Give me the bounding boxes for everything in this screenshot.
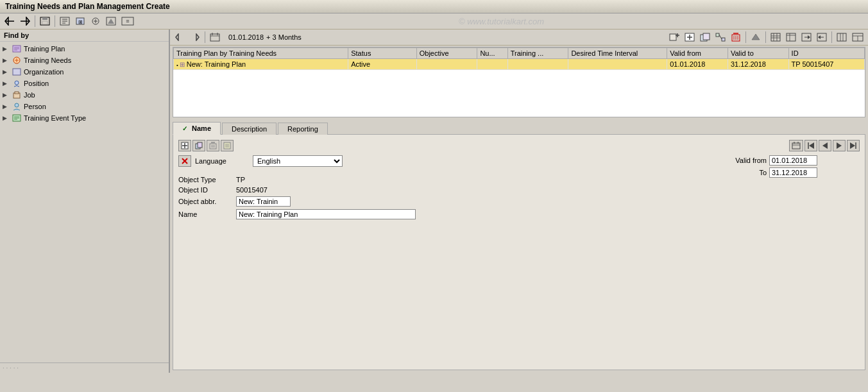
separator-2 [55,15,55,27]
valid-to-row: To [731,167,860,178]
tab-description[interactable]: Description [222,123,277,135]
import-button[interactable] [815,31,829,44]
shortcut-btn-2[interactable]: ⊞ [73,15,87,28]
mini-new-btn[interactable] [178,140,191,151]
svg-rect-95 [792,143,800,149]
cell-valid-from: 01.01.2018 [667,59,728,70]
job-icon [12,90,22,99]
nav-forward-button[interactable] [188,31,202,44]
nav-back-button[interactable] [173,31,187,44]
separator-3 [765,31,766,43]
up-button[interactable] [749,31,763,44]
cell-training [507,59,568,70]
sidebar-item-training-plan[interactable]: ▶ Training Plan [0,43,169,55]
col-header-nu: Nu... [477,48,507,59]
tab-content-name: Language English German French Spanish O… [173,134,865,370]
sidebar-item-training-event-type[interactable]: ▶ Training Event Type [0,112,169,124]
sidebar-item-organization[interactable]: ▶ Organization [0,66,169,78]
next-btn[interactable] [833,140,846,151]
shortcut-btn-1[interactable] [58,15,72,28]
mini-toolbar [178,140,706,151]
valid-from-input[interactable] [769,155,817,166]
connect-button[interactable] [713,31,728,44]
tabs-row: ✓ Name Description Reporting [170,119,868,134]
svg-text:≡: ≡ [126,18,129,24]
back-button[interactable] [3,15,17,28]
svg-marker-36 [176,34,178,40]
export-button[interactable] [799,31,813,44]
duplicate-button[interactable] [698,31,712,44]
forward-button[interactable] [18,15,32,28]
shortcut-btn-5[interactable]: ≡ [119,15,136,28]
object-id-row: Object ID 50015407 [178,186,706,194]
cell-name: • ⊞ New: Training Plan [174,59,348,70]
cell-id: TP 50015407 [788,59,864,70]
svg-rect-50 [716,33,719,37]
tree-arrow: ▶ [3,115,10,121]
organization-icon [12,67,22,76]
sidebar-item-training-needs[interactable]: ▶ Training Needs [0,55,169,66]
object-type-label: Object Type [178,176,236,183]
language-select[interactable]: English German French Spanish [253,155,343,167]
first-btn[interactable] [804,140,817,151]
object-abbr-input[interactable] [236,196,291,207]
new-button[interactable] [683,31,697,44]
tree-arrow: ▶ [3,80,10,87]
delete-lang-btn[interactable] [178,155,191,167]
sidebar-item-job[interactable]: ▶ Job [0,89,169,101]
last-btn[interactable] [847,140,860,151]
language-label: Language [195,157,253,165]
valid-section: Valid from To [731,155,860,178]
table-row[interactable]: • ⊞ New: Training Plan Active 01.01.2018… [174,59,865,70]
separator-1 [35,15,35,27]
mini-delete-tab-btn[interactable] [207,140,219,151]
sidebar-item-label: Position [24,80,49,87]
svg-marker-104 [850,142,855,149]
tab-reporting[interactable]: Reporting [278,123,328,135]
svg-rect-30 [15,92,19,94]
svg-point-28 [15,81,19,85]
cell-nu [477,59,507,70]
name-input[interactable] [236,209,416,219]
save-table-button[interactable] [784,31,798,44]
shortcut-btn-4[interactable] [104,15,118,28]
title-bar: Training Needs and Plan Management Creat… [0,0,868,13]
svg-line-52 [719,35,722,39]
person-icon [12,102,22,111]
col-header-training: Training ... [507,48,568,59]
mini-copy-btn[interactable] [192,140,205,151]
save-button[interactable] [38,15,52,28]
col-header-valid-from: Valid from [667,48,728,59]
separator-2 [745,31,746,43]
svg-marker-101 [822,142,828,149]
svg-marker-58 [752,34,760,40]
svg-rect-59 [771,33,780,41]
right-name-section: Valid from To [731,140,860,222]
calendar-button[interactable] [208,31,222,44]
check-icon: ✓ [182,125,187,132]
svg-rect-83 [198,142,202,148]
delete-button[interactable] [729,31,743,44]
sidebar-item-person[interactable]: ▶ Person [0,101,169,112]
right-panel: 01.01.2018 + 3 Months [170,30,868,373]
svg-rect-51 [722,38,725,41]
prev-btn[interactable] [819,140,831,151]
add-row-button[interactable] [667,31,681,44]
columns-button[interactable] [835,31,849,44]
col-header-desired-time: Desired Time Interval [568,48,667,59]
grid-view-button[interactable] [769,31,783,44]
table-header-row: Training Plan by Training Needs Status O… [174,48,865,59]
valid-from-label: Valid from [731,157,767,164]
mini-settings-btn[interactable] [221,140,234,151]
calendar2-btn[interactable] [789,140,803,151]
left-panel: Find by ▶ Training Plan ▶ Training Needs… [0,30,170,373]
layout-button[interactable] [850,31,865,44]
svg-text:⊞: ⊞ [78,19,83,25]
toolbar-row-1: ⊞ ≡ © www.tutorialkart.com [0,13,868,30]
valid-to-input[interactable] [769,167,817,178]
tab-name[interactable]: ✓ Name [173,122,221,135]
shortcut-btn-3[interactable] [89,15,103,28]
sidebar-item-position[interactable]: ▶ Position [0,78,169,89]
svg-rect-49 [703,33,710,40]
date-period-display: 01.01.2018 + 3 Months [223,32,307,42]
